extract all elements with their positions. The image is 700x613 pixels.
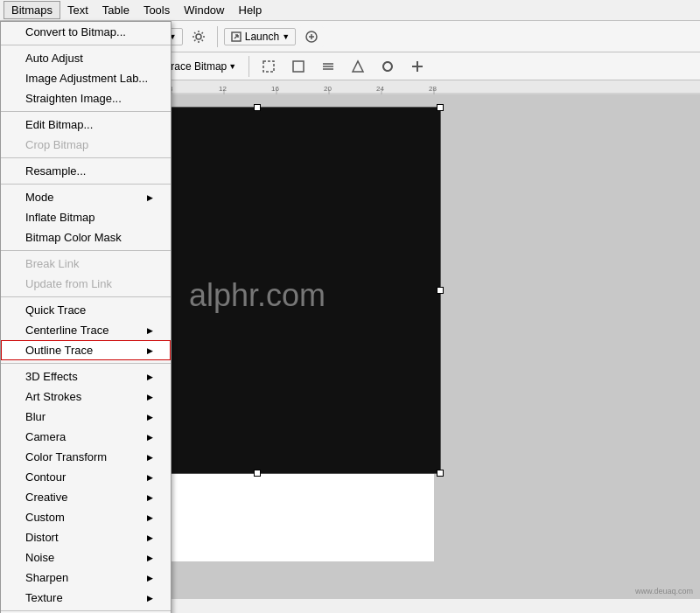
toolbar2-icon5[interactable] [374,57,401,76]
menubar-help[interactable]: Help [232,2,270,18]
menubar-tools[interactable]: Tools [136,2,177,18]
menu-item-quick-trace[interactable]: Quick Trace [1,300,171,320]
menu-item-contour-label: Contour [25,470,66,484]
menu-item-mode[interactable]: Mode [1,187,171,207]
menu-item-color-transform[interactable]: Color Transform [1,447,171,467]
menu-item-update-link: Update from Link [1,274,171,294]
menu-item-crop-label: Crop Bitmap [25,138,88,151]
menu-sep-5 [1,250,171,251]
menu-item-break-link: Break Link [1,254,171,274]
menu-item-sharpen[interactable]: Sharpen [1,568,171,588]
menu-item-edit-bitmap[interactable]: Edit Bitmap... [1,115,171,135]
menu-item-convert-label: Convert to Bitmap... [25,25,126,38]
menu-sep-8 [1,610,171,611]
launch-button[interactable]: Launch ▼ [224,28,296,45]
menu-item-auto-adjust[interactable]: Auto Adjust [1,48,171,68]
menu-item-noise[interactable]: Noise [1,547,171,568]
menu-item-creative-label: Creative [25,491,67,504]
toolbar-plus[interactable] [299,26,324,47]
toolbar2-icon6[interactable] [404,57,430,76]
menu-item-custom-label: Custom [25,511,65,524]
menu-item-straighten-label: Straighten Image... [25,92,122,105]
menu-item-outline-trace[interactable]: Outline Trace [1,340,171,360]
toolbar2-sep3 [248,56,249,77]
logo-main-text: alphr [189,277,257,313]
menu-item-art-strokes-label: Art Strokes [25,390,81,403]
menu-item-camera[interactable]: Camera [1,427,171,447]
menu-item-sharpen-label: Sharpen [25,571,68,584]
menu-sep-7 [1,363,171,364]
logo-suffix: .com [257,277,326,313]
menu-item-break-link-label: Break Link [25,257,79,270]
menu-item-noise-label: Noise [25,551,54,564]
menu-item-custom[interactable]: Custom [1,507,171,527]
menu-item-update-link-label: Update from Link [25,277,112,290]
menu-item-camera-label: Camera [25,430,66,443]
menu-item-image-adjustment[interactable]: Image Adjustment Lab... [1,68,171,88]
menubar-window[interactable]: Window [177,2,231,18]
svg-point-10 [196,34,201,39]
menu-sep-2 [1,111,171,112]
menubar: Bitmaps Text Table Tools Window Help [0,0,700,21]
menu-item-color-transform-label: Color Transform [25,450,107,463]
launch-label: Launch [245,31,279,43]
handle-mr[interactable] [437,287,444,294]
settings-button[interactable] [186,26,211,47]
menu-item-image-label: Image Adjustment Lab... [25,72,148,85]
menu-item-blur-label: Blur [25,410,46,423]
menu-item-3d-effects[interactable]: 3D Effects [1,366,171,387]
menu-item-inflate[interactable]: Inflate Bitmap [1,207,171,227]
launch-dropdown-arrow: ▼ [282,32,290,41]
handle-tc[interactable] [254,104,261,111]
svg-text:28: 28 [429,85,437,93]
menu-item-3d-effects-label: 3D Effects [25,370,78,383]
menu-item-blur[interactable]: Blur [1,407,171,427]
trace-bitmap-label: Trace Bitmap [164,60,227,73]
menu-item-resample[interactable]: Resample... [1,161,171,181]
toolbar2-icon1[interactable] [256,57,282,76]
menu-item-distort[interactable]: Distort [1,527,171,547]
menu-item-color-mask[interactable]: Bitmap Color Mask [1,227,171,247]
menu-item-auto-label: Auto Adjust [25,52,83,65]
menu-item-straighten[interactable]: Straighten Image... [1,88,171,108]
watermark: www.deuaq.com [635,587,693,596]
svg-text:16: 16 [271,85,279,93]
svg-rect-16 [263,61,274,72]
bitmaps-dropdown-menu: Convert to Bitmap... Auto Adjust Image A… [0,21,172,613]
logo-text: alphr.com [189,264,326,317]
menu-item-crop-bitmap: Crop Bitmap [1,135,171,155]
svg-text:12: 12 [219,85,227,93]
menu-sep-4 [1,184,171,185]
svg-rect-17 [293,61,304,72]
menu-item-contour[interactable]: Contour [1,467,171,487]
menu-item-centerline-label: Centerline Trace [25,324,108,337]
toolbar2-icon3[interactable] [315,57,341,76]
menu-item-edit-label: Edit Bitmap... [25,118,93,131]
menubar-text[interactable]: Text [60,2,95,18]
menu-item-convert-bitmap[interactable]: Convert to Bitmap... [1,22,171,42]
menubar-table[interactable]: Table [95,2,136,18]
menu-item-resample-label: Resample... [25,164,86,178]
toolbar2-icon2[interactable] [285,57,312,76]
trace-dropdown-arrow: ▼ [228,62,236,71]
handle-bc[interactable] [254,470,261,477]
handle-br[interactable] [437,470,444,477]
menu-item-centerline-trace[interactable]: Centerline Trace [1,320,171,340]
menu-item-texture[interactable]: Texture [1,588,171,608]
menu-item-quick-trace-label: Quick Trace [25,303,86,317]
menu-item-creative[interactable]: Creative [1,487,171,507]
menu-item-distort-label: Distort [25,531,59,544]
menu-sep-1 [1,45,171,45]
handle-tr[interactable] [437,104,444,111]
menu-item-inflate-label: Inflate Bitmap [25,211,95,224]
menubar-bitmaps[interactable]: Bitmaps [4,1,60,19]
menu-item-art-strokes[interactable]: Art Strokes [1,387,171,407]
toolbar-sep-3 [217,26,218,47]
menu-item-color-mask-label: Bitmap Color Mask [25,231,122,244]
menu-item-texture-label: Texture [25,591,63,604]
svg-text:20: 20 [324,85,332,93]
menu-sep-3 [1,157,171,158]
toolbar2-icon4[interactable] [345,57,371,76]
svg-text:24: 24 [376,85,384,93]
menu-item-mode-label: Mode [25,191,54,204]
